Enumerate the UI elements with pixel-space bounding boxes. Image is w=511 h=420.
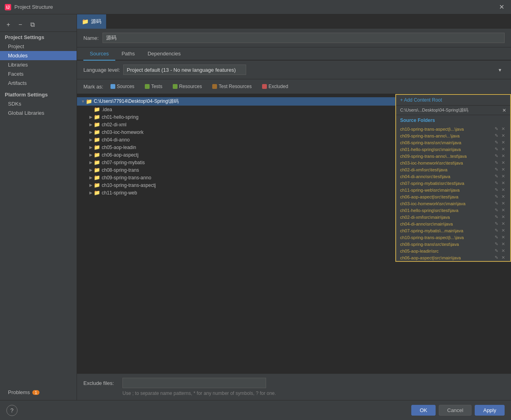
- folder-edit-9[interactable]: ✎: [493, 187, 499, 193]
- source-folder-item-13: ch02-di-xml\src\main\java ✎ ✕: [396, 214, 510, 220]
- tree-label-ch10: ch10-spring-trans-aspectj: [102, 183, 156, 188]
- mark-tests-button[interactable]: Tests: [142, 82, 166, 90]
- resources-label: Resources: [179, 84, 202, 89]
- module-header: 📁 源码: [77, 14, 511, 29]
- folder-delete-14[interactable]: ✕: [500, 221, 506, 227]
- source-folder-item-17: ch08-spring-trans\src\test\java ✎ ✕: [396, 241, 510, 247]
- sidebar-item-global-libraries[interactable]: Global Libraries: [0, 108, 77, 118]
- folder-edit-10[interactable]: ✎: [493, 194, 499, 200]
- folder-delete-1[interactable]: ✕: [500, 133, 506, 139]
- folder-edit-12[interactable]: ✎: [493, 207, 499, 213]
- folder-delete-15[interactable]: ✕: [500, 228, 506, 234]
- mark-test-resources-button[interactable]: Test Resources: [209, 82, 255, 90]
- sidebar-item-modules[interactable]: Modules: [0, 51, 77, 60]
- folder-delete-17[interactable]: ✕: [500, 241, 506, 247]
- folder-edit-14[interactable]: ✎: [493, 221, 499, 227]
- add-content-root-button[interactable]: + Add Content Root: [400, 97, 442, 103]
- folder-edit-8[interactable]: ✎: [493, 180, 499, 186]
- add-button[interactable]: +: [3, 20, 14, 30]
- folder-edit-16[interactable]: ✎: [493, 234, 499, 240]
- sidebar-item-problems[interactable]: Problems 1: [0, 388, 77, 397]
- exclude-label: Exclude files:: [83, 380, 119, 386]
- folder-edit-15[interactable]: ✎: [493, 228, 499, 234]
- folder-delete-9[interactable]: ✕: [500, 187, 506, 193]
- main-content: 📁 源码 Name: Sources Paths Dependencies La…: [77, 14, 511, 400]
- popup-close-button[interactable]: ✕: [502, 108, 506, 113]
- folder-edit-18[interactable]: ✎: [493, 248, 499, 254]
- tree-folder-ch10-icon: 📁: [94, 182, 100, 188]
- tab-dependencies[interactable]: Dependencies: [141, 47, 187, 61]
- folder-delete-5[interactable]: ✕: [500, 160, 506, 166]
- folder-delete-6[interactable]: ✕: [500, 167, 506, 173]
- cancel-button[interactable]: Cancel: [439, 405, 472, 416]
- folder-delete-12[interactable]: ✕: [500, 207, 506, 213]
- source-folder-item-15: ch07-spring-mybatis\...main\java ✎ ✕: [396, 227, 510, 234]
- tree-arrow-ch06: ▶: [88, 153, 94, 157]
- sidebar-item-artifacts[interactable]: Artifacts: [0, 79, 77, 88]
- folder-edit-3[interactable]: ✎: [493, 146, 499, 152]
- folder-delete-8[interactable]: ✕: [500, 180, 506, 186]
- help-button[interactable]: ?: [6, 405, 18, 416]
- footer: ? OK Cancel Apply: [0, 400, 511, 420]
- folder-delete-19[interactable]: ✕: [500, 255, 506, 261]
- folder-delete-11[interactable]: ✕: [500, 200, 506, 206]
- folder-delete-3[interactable]: ✕: [500, 146, 506, 152]
- name-input[interactable]: [103, 33, 505, 43]
- folder-edit-13[interactable]: ✎: [493, 214, 499, 220]
- ok-button[interactable]: OK: [411, 405, 436, 416]
- folder-edit-5[interactable]: ✎: [493, 160, 499, 166]
- popup-header: + Add Content Root: [396, 95, 510, 106]
- mark-as-label: Mark as:: [83, 84, 103, 90]
- mark-resources-button[interactable]: Resources: [170, 82, 205, 90]
- mark-excluded-button[interactable]: Excluded: [259, 82, 291, 90]
- copy-button[interactable]: ⧉: [27, 20, 37, 30]
- folder-edit-1[interactable]: ✎: [493, 133, 499, 139]
- tab-sources[interactable]: Sources: [83, 47, 115, 61]
- sidebar-item-libraries[interactable]: Libraries: [0, 60, 77, 69]
- folder-delete-4[interactable]: ✕: [500, 153, 506, 159]
- language-level-select[interactable]: Project default (13 - No new language fe…: [123, 65, 246, 75]
- sidebar-item-facets[interactable]: Facets: [0, 69, 77, 79]
- tree-label-ch06: ch06-aop-aspectj: [102, 152, 138, 158]
- folder-edit-17[interactable]: ✎: [493, 241, 499, 247]
- tree-arrow-ch11: ▶: [88, 190, 94, 195]
- main-layout: + − ⧉ Project Settings Project Modules L…: [0, 14, 511, 400]
- tree-folder-ch04-icon: 📁: [94, 137, 100, 143]
- name-label: Name:: [83, 35, 99, 41]
- mark-sources-button[interactable]: Sources: [107, 82, 138, 90]
- module-folder-icon: 📁: [82, 18, 89, 25]
- source-folders-popup: + Add Content Root C:\Users\...Desktop\0…: [395, 94, 511, 262]
- folder-edit-7[interactable]: ✎: [493, 173, 499, 179]
- language-level-wrapper: Project default (13 - No new language fe…: [123, 65, 505, 75]
- remove-button[interactable]: −: [15, 20, 26, 30]
- folder-edit-4[interactable]: ✎: [493, 153, 499, 159]
- title-bar: IJ Project Structure ✕: [0, 0, 511, 14]
- tree-label-ch09: ch09-spring-trans-anno: [102, 175, 151, 181]
- tree-label-ch04: ch04-di-anno: [102, 137, 130, 143]
- tree-arrow-ch08: ▶: [88, 168, 94, 172]
- folder-edit-19[interactable]: ✎: [493, 255, 499, 261]
- exclude-input[interactable]: [122, 378, 266, 388]
- language-level-label: Language level:: [83, 67, 120, 73]
- tab-paths[interactable]: Paths: [115, 47, 141, 61]
- source-folders-section: Source Folders: [396, 115, 510, 126]
- sidebar-item-sdks[interactable]: SDKs: [0, 99, 77, 108]
- folder-edit-11[interactable]: ✎: [493, 200, 499, 206]
- source-folder-item-1: ch09-spring-trans-anno\...\java ✎ ✕: [396, 132, 510, 139]
- folder-delete-2[interactable]: ✕: [500, 139, 506, 145]
- source-folder-item-7: ch04-di-anno\src\test\java ✎ ✕: [396, 173, 510, 180]
- folder-delete-16[interactable]: ✕: [500, 234, 506, 240]
- folder-edit-6[interactable]: ✎: [493, 167, 499, 173]
- apply-button[interactable]: Apply: [475, 405, 505, 416]
- folder-delete-18[interactable]: ✕: [500, 248, 506, 254]
- sidebar-item-project[interactable]: Project: [0, 42, 77, 51]
- tree-label-ch07: ch07-spring-mybatis: [102, 160, 145, 165]
- folder-delete-13[interactable]: ✕: [500, 214, 506, 220]
- folder-edit-0[interactable]: ✎: [493, 126, 499, 132]
- folder-delete-10[interactable]: ✕: [500, 194, 506, 200]
- folder-delete-0[interactable]: ✕: [500, 126, 506, 132]
- folder-delete-7[interactable]: ✕: [500, 173, 506, 179]
- name-row: Name:: [77, 29, 511, 47]
- close-button[interactable]: ✕: [497, 2, 506, 12]
- folder-edit-2[interactable]: ✎: [493, 139, 499, 145]
